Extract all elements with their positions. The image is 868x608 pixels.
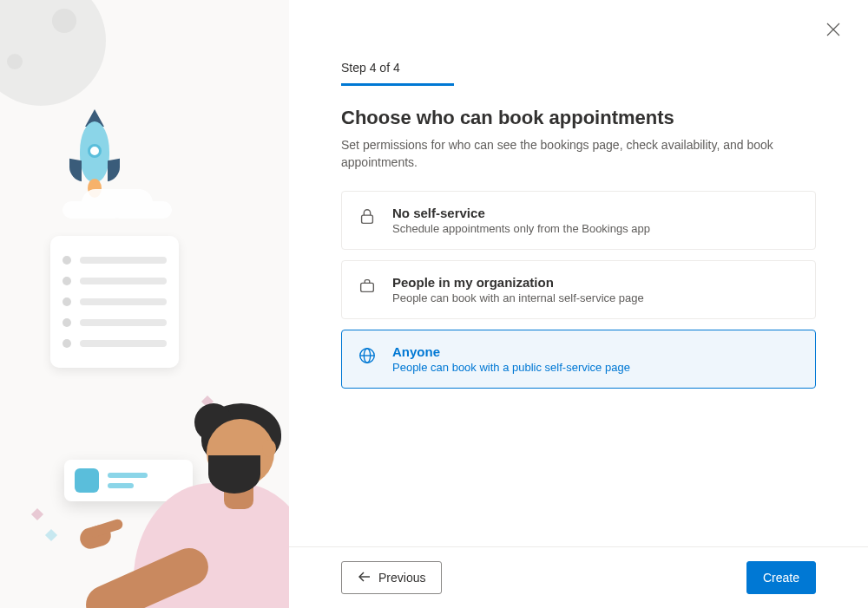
page-heading: Choose who can book appointments — [341, 107, 816, 129]
option-title: People in my organization — [392, 275, 644, 290]
moon-illustration — [0, 0, 106, 106]
option-desc: People can book with an internal self-se… — [392, 291, 644, 304]
person-illustration — [85, 405, 289, 608]
create-label: Create — [763, 571, 799, 585]
rocket-illustration — [80, 121, 109, 182]
create-button[interactable]: Create — [746, 561, 816, 594]
arrow-left-icon — [358, 570, 372, 586]
svg-rect-3 — [361, 283, 374, 291]
progress-bar — [341, 83, 454, 86]
wizard-footer: Previous Create — [289, 546, 868, 608]
option-title: No self-service — [392, 206, 650, 220]
step-label: Step 4 of 4 — [341, 61, 816, 75]
previous-button[interactable]: Previous — [341, 561, 442, 594]
briefcase-icon — [358, 277, 377, 296]
cloud-illustration — [62, 201, 123, 219]
option-title: Anyone — [392, 344, 630, 359]
option-people-in-org[interactable]: People in my organization People can boo… — [341, 260, 816, 319]
page-subtitle: Set permissions for who can see the book… — [341, 136, 792, 172]
option-desc: People can book with a public self-servi… — [392, 361, 630, 374]
option-desc: Schedule appointments only from the Book… — [392, 222, 650, 235]
option-no-self-service[interactable]: No self-service Schedule appointments on… — [341, 191, 816, 250]
option-anyone[interactable]: Anyone People can book with a public sel… — [341, 330, 816, 389]
close-icon — [826, 23, 840, 40]
svg-rect-2 — [362, 215, 373, 223]
close-button[interactable] — [823, 21, 844, 42]
illustration-panel — [0, 0, 289, 608]
globe-icon — [358, 346, 377, 365]
lock-icon — [358, 207, 377, 226]
list-card-illustration — [50, 236, 179, 368]
previous-label: Previous — [378, 571, 425, 585]
